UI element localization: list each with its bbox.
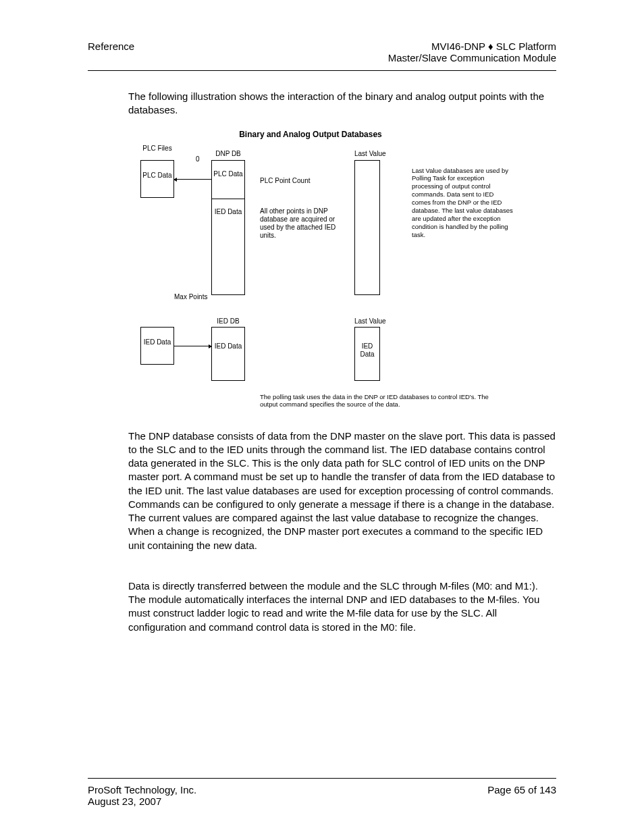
box-plc-data-left: PLC Data [140, 160, 174, 198]
header-right: MVI46-DNP ♦ SLC Platform Master/Slave Co… [388, 41, 556, 63]
header-product: MVI46-DNP ♦ SLC Platform [388, 41, 556, 52]
arrow-ied [174, 346, 211, 346]
text-ied-data-left: IED Data [141, 338, 173, 346]
body-paragraph-1: The DNP database consists of data from t… [128, 429, 556, 552]
body-paragraph-2: Data is directly transferred between the… [128, 579, 556, 634]
header-left: Reference [88, 41, 134, 63]
text-ied-data-mid2: IED Data [212, 342, 244, 350]
label-plc-files: PLC Files [140, 145, 174, 153]
footer-left: ProSoft Technology, Inc. August 23, 2007 [88, 784, 196, 807]
box-last-value-1 [354, 160, 380, 295]
page-header: Reference MVI46-DNP ♦ SLC Platform Maste… [88, 41, 556, 71]
text-plc-data-left: PLC Data [141, 172, 173, 180]
text-ied-data-right: IED Data [355, 342, 379, 359]
arrow-plc [174, 179, 211, 180]
header-subtitle: Master/Slave Communication Module [388, 52, 556, 63]
label-last-value-1: Last Value [354, 150, 386, 158]
footer-company: ProSoft Technology, Inc. [88, 784, 196, 796]
box-ied-data-left: IED Data [140, 327, 174, 365]
footer-page: Page 65 of 143 [487, 784, 556, 807]
label-last-value-2: Last Value [354, 317, 386, 325]
label-ied-db: IED DB [211, 317, 245, 325]
page-footer: ProSoft Technology, Inc. August 23, 2007… [88, 778, 556, 807]
foot-note: The polling task uses the data in the DN… [260, 393, 503, 409]
side-note: Last Value databases are used by Polling… [412, 167, 513, 239]
label-zero: 0 [196, 155, 200, 163]
text-all-other: All other points in DNP database are acq… [260, 207, 341, 240]
text-ied-data-mid: IED Data [212, 208, 244, 216]
box-dnp-db: PLC Data IED Data [211, 160, 245, 295]
box-last-value-2: IED Data [354, 327, 380, 381]
intro-paragraph: The following illustration shows the int… [128, 90, 556, 118]
text-plc-data-mid: PLC Data [212, 170, 244, 178]
text-plc-point-count: PLC Point Count [260, 177, 311, 185]
label-max-points: Max Points [174, 293, 207, 301]
diagram-title: Binary and Analog Output Databases [209, 130, 412, 139]
document-page: Reference MVI46-DNP ♦ SLC Platform Maste… [0, 0, 644, 834]
footer-date: August 23, 2007 [88, 796, 196, 807]
box-ied-db: IED Data [211, 327, 245, 381]
output-databases-diagram: Binary and Analog Output Databases PLC F… [128, 130, 533, 413]
label-dnp-db: DNP DB [211, 150, 245, 158]
